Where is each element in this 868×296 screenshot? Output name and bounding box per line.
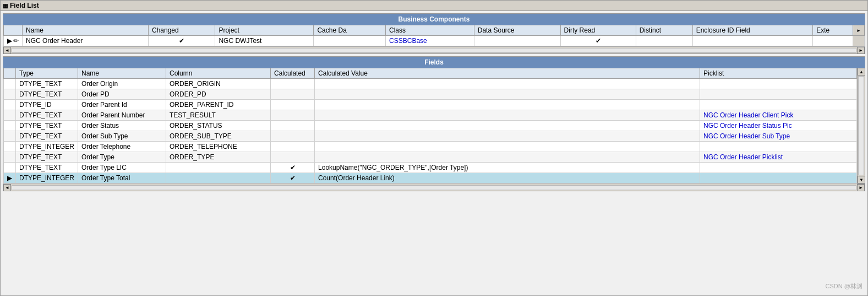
- bc-col-dirtyread[interactable]: Dirty Read: [560, 25, 636, 36]
- fields-vscroll[interactable]: ▲ ▼: [857, 68, 865, 184]
- picklist-link-4[interactable]: NGC Order Header Client Pick: [703, 111, 793, 119]
- class-link[interactable]: CSSBCBase: [389, 37, 427, 45]
- fields-scroll-right-btn[interactable]: ►: [857, 184, 865, 191]
- col-5: ORDER_STATUS: [166, 121, 271, 131]
- bc-scroll-right-btn[interactable]: ►: [857, 47, 865, 54]
- bc-col-class[interactable]: Class: [386, 25, 474, 36]
- fields-row-10: ▶ DTYPE_INTEGER Order Type Total ✔ Count…: [4, 173, 857, 184]
- picklist-link-5[interactable]: NGC Order Header Status Pic: [703, 122, 792, 130]
- pencil-icon: ✏: [13, 37, 19, 45]
- bc-hscroll[interactable]: ◄ ►: [3, 46, 865, 53]
- fields-col-column[interactable]: Column: [166, 68, 271, 79]
- calcval-8: [315, 152, 700, 163]
- bc-col-w: [4, 25, 23, 36]
- picklist-link-6[interactable]: NGC Order Header Sub Type: [703, 132, 790, 140]
- type-6: DTYPE_TEXT: [16, 131, 78, 142]
- vscroll-down-btn[interactable]: ▼: [858, 176, 865, 184]
- name-1: Order Origin: [78, 79, 166, 89]
- picklist-link-8[interactable]: NGC Order Header Picklist: [703, 153, 783, 161]
- picklist-1: [700, 79, 857, 89]
- col-3: ORDER_PARENT_ID: [166, 100, 271, 110]
- fields-col-name[interactable]: Name: [78, 68, 166, 79]
- fields-row-7: DTYPE_INTEGER Order Telephone ORDER_TELE…: [4, 142, 857, 152]
- fields-col-calculated[interactable]: Calculated: [271, 68, 315, 79]
- fields-scroll-left-btn[interactable]: ◄: [3, 184, 11, 191]
- type-2: DTYPE_TEXT: [16, 89, 78, 100]
- type-5: DTYPE_TEXT: [16, 121, 78, 131]
- bc-cell-class[interactable]: CSSBCBase: [386, 36, 474, 46]
- col-7: ORDER_TELEPHONE: [166, 142, 271, 152]
- fields-section-header: Fields: [3, 57, 865, 68]
- fields-col-type[interactable]: Type: [16, 68, 78, 79]
- bc-col-scroll: ►: [853, 25, 865, 36]
- row-ind-10: ▶: [4, 173, 16, 184]
- vscroll-track[interactable]: [858, 76, 864, 175]
- col-10: [166, 173, 271, 184]
- bc-scroll-left-btn[interactable]: ◄: [3, 47, 11, 54]
- bc-col-extra[interactable]: Exte: [813, 25, 853, 36]
- calcval-4: [315, 110, 700, 121]
- bc-col-datasource[interactable]: Data Source: [474, 25, 560, 36]
- bc-col-cache[interactable]: Cache Da: [314, 25, 386, 36]
- bc-scroll-track[interactable]: [12, 48, 856, 53]
- bc-col-distinct[interactable]: Distinct: [636, 25, 692, 36]
- fields-row-2: DTYPE_TEXT Order PD ORDER_PD: [4, 89, 857, 100]
- fields-row-9: DTYPE_TEXT Order Type LIC ✔ LookupName("…: [4, 163, 857, 173]
- row-ind-8: [4, 152, 16, 163]
- fields-col-calcvalue[interactable]: Calculated Value: [315, 68, 700, 79]
- fields-hscroll[interactable]: ◄ ►: [3, 184, 865, 191]
- scroll-right-btn[interactable]: ►: [856, 28, 861, 33]
- type-3: DTYPE_ID: [16, 100, 78, 110]
- type-1: DTYPE_TEXT: [16, 79, 78, 89]
- calc-1: [271, 79, 315, 89]
- bc-col-changed[interactable]: Changed: [148, 25, 215, 36]
- name-9: Order Type LIC: [78, 163, 166, 173]
- col-2: ORDER_PD: [166, 89, 271, 100]
- name-5: Order Status: [78, 121, 166, 131]
- vscroll-up-btn[interactable]: ▲: [858, 68, 865, 76]
- bc-cell-enclosure: [692, 36, 812, 46]
- col-1: ORDER_ORIGIN: [166, 79, 271, 89]
- picklist-10: [700, 173, 857, 184]
- bc-cell-name: NGC Order Header: [23, 36, 149, 46]
- col-6: ORDER_SUB_TYPE: [166, 131, 271, 142]
- bc-cell-datasource: [474, 36, 560, 46]
- row-ind-3: [4, 100, 16, 110]
- picklist-8[interactable]: NGC Order Header Picklist: [700, 152, 857, 163]
- selected-row-arrow: ▶: [7, 174, 12, 182]
- calc-9: ✔: [271, 163, 315, 173]
- fields-table-container: Type Name Column Calculated Calculated V…: [3, 68, 857, 184]
- row-ind-6: [4, 131, 16, 142]
- col-9: [166, 163, 271, 173]
- fields-content: Type Name Column Calculated Calculated V…: [3, 68, 865, 184]
- bc-col-project[interactable]: Project: [215, 25, 314, 36]
- calcval-1: [315, 79, 700, 89]
- calc-5: [271, 121, 315, 131]
- calc-4: [271, 110, 315, 121]
- fields-row-1: DTYPE_TEXT Order Origin ORDER_ORIGIN: [4, 79, 857, 89]
- row-ind-1: [4, 79, 16, 89]
- bc-col-enclosure[interactable]: Enclosure ID Field: [692, 25, 812, 36]
- fields-col-picklist[interactable]: Picklist: [700, 68, 857, 79]
- calc-7: [271, 142, 315, 152]
- picklist-4[interactable]: NGC Order Header Client Pick: [700, 110, 857, 121]
- fields-row-3: DTYPE_ID Order Parent Id ORDER_PARENT_ID: [4, 100, 857, 110]
- bc-col-name[interactable]: Name: [23, 25, 149, 36]
- picklist-7: [700, 142, 857, 152]
- fields-scroll-track[interactable]: [12, 185, 856, 190]
- fields-col-indicator: [4, 68, 16, 79]
- calcval-6: [315, 131, 700, 142]
- picklist-9: [700, 163, 857, 173]
- picklist-6[interactable]: NGC Order Header Sub Type: [700, 131, 857, 142]
- bc-cell-scroll-filler: [853, 36, 865, 46]
- business-components-section: Business Components Name Changed Project…: [3, 13, 865, 54]
- type-7: DTYPE_INTEGER: [16, 142, 78, 152]
- calcval-3: [315, 100, 700, 110]
- bc-section-header: Business Components: [3, 14, 865, 25]
- bc-cell-changed: ✔: [148, 36, 215, 46]
- bc-cell-cache: [314, 36, 386, 46]
- picklist-5[interactable]: NGC Order Header Status Pic: [700, 121, 857, 131]
- calc-8: [271, 152, 315, 163]
- fields-row-4: DTYPE_TEXT Order Parent Number TEST_RESU…: [4, 110, 857, 121]
- name-10: Order Type Total: [78, 173, 166, 184]
